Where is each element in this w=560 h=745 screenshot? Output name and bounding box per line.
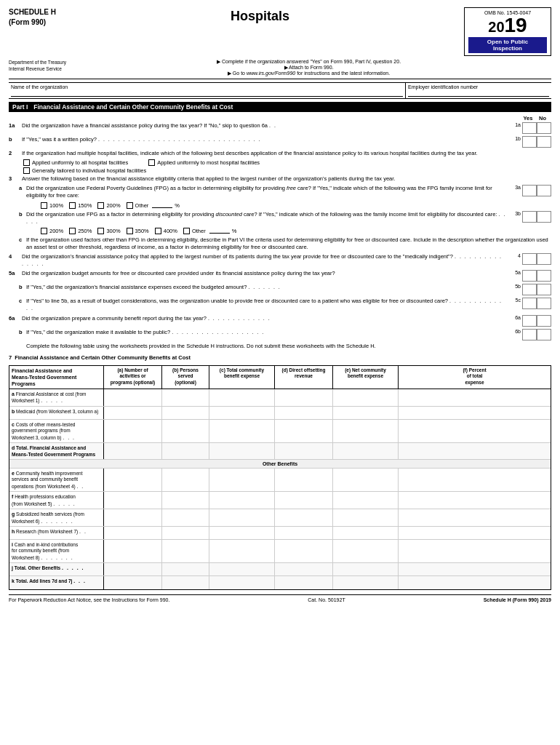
q3b-cb-200-box[interactable] — [41, 228, 47, 234]
row-e-col-a[interactable] — [104, 469, 162, 491]
row-f-col-a[interactable] — [104, 492, 162, 509]
row-a-col-d[interactable] — [275, 389, 333, 406]
row-h-col-b[interactable] — [162, 527, 209, 539]
q3a-cb-150-box[interactable] — [69, 202, 76, 209]
row-i-col-b[interactable] — [162, 540, 209, 562]
row-e-col-e[interactable] — [333, 469, 399, 491]
row-j-col-b[interactable] — [162, 563, 209, 575]
row-g-col-e[interactable] — [333, 509, 399, 526]
q6b-no-box[interactable] — [537, 329, 551, 340]
row-g-col-c[interactable] — [209, 509, 275, 526]
q5b-no-box[interactable] — [537, 284, 551, 295]
row-k-col-d[interactable] — [275, 576, 333, 589]
row-d-col-c[interactable] — [209, 443, 275, 459]
row-b-col-e[interactable] — [333, 407, 399, 419]
q5a-yes-box[interactable] — [522, 270, 537, 282]
q3a-percent-input[interactable] — [152, 202, 172, 208]
row-c-col-c[interactable] — [209, 420, 275, 442]
row-i-col-e[interactable] — [333, 540, 399, 562]
row-h-col-f[interactable] — [399, 527, 551, 539]
row-a-col-e[interactable] — [333, 389, 399, 406]
row-b-col-f[interactable] — [399, 407, 551, 419]
q3b-percent-input[interactable] — [209, 228, 230, 234]
q4-no-box[interactable] — [537, 253, 551, 265]
row-j-col-a[interactable] — [104, 563, 162, 575]
q3b-yes-box[interactable] — [522, 211, 537, 223]
row-e-col-f[interactable] — [399, 469, 551, 491]
q2-cb1-box[interactable] — [23, 159, 30, 166]
row-d-col-d[interactable] — [275, 443, 333, 459]
row-c-col-b[interactable] — [162, 420, 209, 442]
q3b-no-box[interactable] — [537, 211, 551, 223]
row-d-col-f[interactable] — [399, 443, 551, 459]
row-i-col-d[interactable] — [275, 540, 333, 562]
row-k-col-c[interactable] — [209, 576, 275, 589]
row-i-col-f[interactable] — [399, 540, 551, 562]
row-j-col-e[interactable] — [333, 563, 399, 575]
q5a-no-box[interactable] — [537, 270, 551, 282]
row-h-col-a[interactable] — [104, 527, 162, 539]
row-f-col-e[interactable] — [333, 492, 399, 509]
row-i-col-a[interactable] — [104, 540, 162, 562]
q5b-yes-box[interactable] — [522, 284, 537, 295]
q3a-cb-100-box[interactable] — [41, 202, 47, 209]
row-f-col-b[interactable] — [162, 492, 209, 509]
row-f-col-f[interactable] — [399, 492, 551, 509]
q1a-no-box[interactable] — [537, 122, 551, 134]
row-k-col-a[interactable] — [104, 576, 162, 589]
row-h-col-c[interactable] — [209, 527, 275, 539]
org-name-input[interactable] — [11, 89, 403, 97]
ein-input[interactable] — [408, 89, 549, 97]
row-a-col-c[interactable] — [209, 389, 275, 406]
row-e-col-d[interactable] — [275, 469, 333, 491]
q1b-yes-box[interactable] — [522, 136, 537, 148]
row-c-col-d[interactable] — [275, 420, 333, 442]
row-a-col-a[interactable] — [104, 389, 162, 406]
row-g-col-d[interactable] — [275, 509, 333, 526]
row-j-col-d[interactable] — [275, 563, 333, 575]
row-b-col-a[interactable] — [104, 407, 162, 419]
q4-yes-box[interactable] — [522, 253, 537, 265]
row-d-col-e[interactable] — [333, 443, 399, 459]
q6b-yes-box[interactable] — [522, 329, 537, 340]
q3b-cb-other-box[interactable] — [183, 228, 190, 234]
row-c-col-e[interactable] — [333, 420, 399, 442]
row-k-col-b[interactable] — [162, 576, 209, 589]
row-f-col-c[interactable] — [209, 492, 275, 509]
q5c-yes-box[interactable] — [522, 298, 537, 309]
row-d-col-a[interactable] — [104, 443, 162, 459]
row-a-col-f[interactable] — [399, 389, 551, 406]
row-k-col-f[interactable] — [399, 576, 551, 589]
q3b-cb-250-box[interactable] — [69, 228, 76, 234]
q3a-cb-other-box[interactable] — [127, 202, 133, 209]
q2-cb3-box[interactable] — [23, 167, 30, 174]
q3b-cb-350-box[interactable] — [127, 228, 133, 234]
row-b-col-d[interactable] — [275, 407, 333, 419]
q3b-cb-400-box[interactable] — [155, 228, 161, 234]
row-a-col-b[interactable] — [162, 389, 209, 406]
row-k-col-e[interactable] — [333, 576, 399, 589]
q2-cb2-box[interactable] — [148, 159, 155, 166]
row-g-col-f[interactable] — [399, 509, 551, 526]
row-j-col-f[interactable] — [399, 563, 551, 575]
q1b-no-box[interactable] — [537, 136, 551, 148]
row-d-col-b[interactable] — [162, 443, 209, 459]
row-f-col-d[interactable] — [275, 492, 333, 509]
row-e-col-b[interactable] — [162, 469, 209, 491]
q3b-cb-300-box[interactable] — [97, 228, 104, 234]
row-b-col-b[interactable] — [162, 407, 209, 419]
row-h-col-d[interactable] — [275, 527, 333, 539]
row-b-col-c[interactable] — [209, 407, 275, 419]
row-c-col-a[interactable] — [104, 420, 162, 442]
row-h-col-e[interactable] — [333, 527, 399, 539]
q3a-yes-box[interactable] — [522, 185, 537, 196]
row-i-col-c[interactable] — [209, 540, 275, 562]
q1a-yes-box[interactable] — [522, 122, 537, 134]
q5c-no-box[interactable] — [537, 298, 551, 309]
row-j-col-c[interactable] — [209, 563, 275, 575]
q6a-no-box[interactable] — [537, 315, 551, 327]
q6a-yes-box[interactable] — [522, 315, 537, 327]
row-g-col-b[interactable] — [162, 509, 209, 526]
row-c-col-f[interactable] — [399, 420, 551, 442]
row-e-col-c[interactable] — [209, 469, 275, 491]
